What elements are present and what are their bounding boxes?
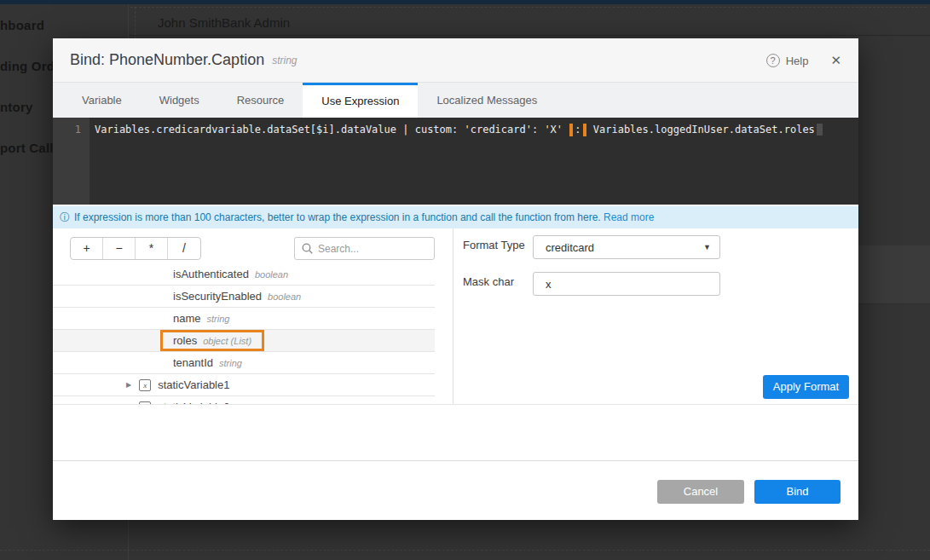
tree-item-type: boolean [268,292,301,302]
expression-code[interactable]: Variables.credicardvariable.dataSet[$i].… [95,124,855,136]
multiply-operator-button[interactable]: * [136,238,168,259]
read-more-link[interactable]: Read more [604,211,654,223]
format-type-value: creditcard [546,241,594,254]
tree-item-isSecurityEnabled[interactable]: isSecurityEnabled boolean [53,286,435,308]
tree-item-roles[interactable]: roles object (List) [53,330,435,352]
tree-item-type: boolean [255,269,288,280]
expression-editor[interactable]: 1 Variables.credicardvariable.dataSet[$i… [53,118,858,205]
code-before: Variables.credicardvariable.dataSet[$i].… [95,124,569,136]
help-label[interactable]: Help [786,55,809,67]
tree-item-type: object (List) [203,336,251,346]
dialog-title: Bind: PhoneNumber.Caption [70,51,264,69]
sidebar-item-support-calls[interactable]: port Calls [0,141,61,155]
expression-info-bar: ⓘIf expression is more than 100 characte… [53,206,858,228]
text-cursor [817,124,823,136]
tree-item-name[interactable]: name string [53,308,435,330]
tree-item-name: roles [173,334,197,347]
tab-widgets[interactable]: Widgets [141,83,218,118]
info-icon: ⓘ [60,211,70,223]
tree-item-staticVariable1[interactable]: ▶ x staticVariable1 [53,374,435,396]
cancel-button[interactable]: Cancel [657,480,744,504]
plus-operator-button[interactable]: + [71,238,103,259]
static-variable-icon: x [139,401,151,406]
search-placeholder: Search... [318,243,359,255]
info-text: If expression is more than 100 character… [74,211,601,223]
dialog-tabs: Variable Widgets Resource Use Expression… [53,83,858,118]
expand-arrow-icon[interactable]: ▶ [126,381,131,389]
search-icon [302,243,313,254]
operator-button-group: + − * / [70,237,201,260]
highlighted-colon: : [569,124,586,136]
variable-tree: isAuthenticated boolean isSecurityEnable… [53,263,435,405]
tree-item-name: staticVariable1 [158,378,229,391]
tab-variable[interactable]: Variable [63,83,141,118]
tree-item-name: staticVariable2 [158,401,229,405]
divide-operator-button[interactable]: / [168,238,200,259]
dialog-lower-strip [53,405,858,461]
canvas-dashed-border [0,550,930,551]
help-icon[interactable]: ? [766,54,780,67]
tree-item-type: string [207,314,230,324]
mask-char-value: x [546,278,552,291]
tree-item-name: name [173,312,201,325]
panel-divider [453,228,453,404]
tree-item-isAuthenticated[interactable]: isAuthenticated boolean [53,263,435,286]
tab-resource[interactable]: Resource [218,83,303,118]
header-row-divider [129,35,930,36]
apply-format-button[interactable]: Apply Format [763,375,849,399]
tree-item-type: string [219,358,242,368]
tree-item-staticVariable2[interactable]: ▶ x staticVariable2 [53,396,435,405]
dialog-title-type: string [272,55,297,66]
tree-item-name: tenantId [173,356,213,369]
dialog-header: Bind: PhoneNumber.Caption string ? Help … [53,38,858,83]
tree-item-name: isAuthenticated [173,268,249,280]
sidebar-item-inventory[interactable]: ntory [0,100,33,114]
code-after: Variables.loggedInUser.dataSet.roles [587,124,815,136]
bind-button[interactable]: Bind [754,480,840,504]
chevron-down-icon: ▼ [703,243,711,251]
mask-char-label: Mask char [463,275,514,288]
tree-item-tenantId[interactable]: tenantId string [53,352,435,374]
roles-highlight-box: roles object (List) [160,330,264,351]
format-type-label: Format Type [463,239,525,251]
static-variable-icon: x [139,379,151,391]
mask-char-input[interactable]: x [533,272,720,296]
tab-use-expression[interactable]: Use Expression [303,83,418,118]
canvas-dashed-border [130,7,927,8]
dialog-content: + − * / Search... isAuthenticated boolea… [53,228,858,405]
expand-arrow-icon[interactable]: ▶ [126,403,131,405]
editor-line-number: 1 [53,124,81,136]
format-type-select[interactable]: creditcard ▼ [533,235,720,259]
app-top-bar [0,0,930,4]
sidebar-item-dashboard[interactable]: hboard [0,18,44,32]
dialog-footer: Cancel Bind [53,461,858,520]
tree-item-name: isSecurityEnabled [173,290,262,303]
search-input[interactable]: Search... [294,237,435,260]
minus-operator-button[interactable]: − [103,238,136,259]
logged-in-user-label: John SmithBank Admin [158,15,290,30]
close-icon[interactable]: ✕ [830,53,841,68]
bind-dialog: Bind: PhoneNumber.Caption string ? Help … [53,38,858,520]
tab-localized-messages[interactable]: Localized Messages [418,83,556,118]
